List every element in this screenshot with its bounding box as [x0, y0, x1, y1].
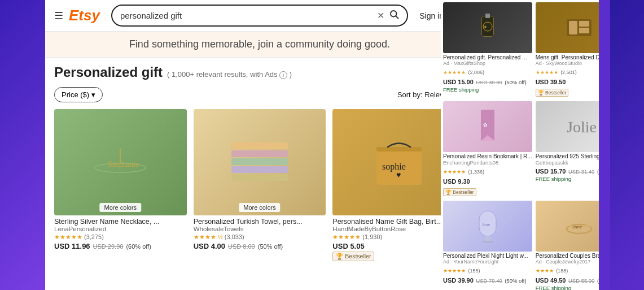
review-count: (1,930): [362, 233, 382, 240]
results-title: Personalized gift: [54, 64, 163, 80]
side-orig-price: USD 79.40: [476, 278, 502, 284]
right-panel: ✦ Personalized gift. Personalized ... Ad…: [441, 0, 599, 290]
svg-text:Stephanie: Stephanie: [108, 160, 139, 168]
sign-in-link[interactable]: Sign in: [419, 11, 444, 20]
svg-rect-8: [231, 158, 288, 165]
price-filter-button[interactable]: Price ($) ▾: [54, 87, 103, 102]
side-price-row: USD 15.70 USD 31.40 (50% off): [536, 166, 599, 176]
side-stars-row: ★★★★★ (2,006): [443, 66, 532, 76]
bg-right: [610, 0, 644, 290]
clear-icon[interactable]: ✕: [377, 10, 384, 21]
side-card-image: [536, 2, 599, 53]
side-stars: ★★★★★: [443, 268, 466, 274]
banner: Find something memorable, join a communi…: [45, 32, 474, 58]
svg-rect-30: [485, 236, 490, 241]
side-stars: ★★★★★: [443, 169, 466, 175]
svg-rect-10: [231, 174, 288, 181]
free-shipping-label: FREE shipping: [536, 285, 599, 290]
side-stars: ★★★★★: [536, 70, 558, 75]
price-off: (50% off): [258, 243, 283, 250]
side-card-title: Personalized 925 Sterling Silver ...: [536, 153, 599, 159]
side-card-title: Personalized gift. Personalized ...: [443, 54, 532, 60]
price-main: USD 4.00: [194, 242, 225, 250]
free-shipping-label: FREE shipping: [443, 86, 532, 93]
side-price-row: USD 39.50: [536, 76, 599, 86]
side-card-info: Mens gift. Personalized Docking ... Ad ·…: [536, 53, 599, 98]
ads-info-icon[interactable]: i: [279, 71, 287, 79]
product-title: Personalized Turkish Towel, pers...: [194, 218, 326, 226]
header: ☰ Etsy ✕ Sign in: [45, 0, 474, 32]
product-info: Sterling Silver Name Necklace, ... LenaP…: [54, 215, 187, 253]
side-bestseller-badge: 🏆 Bestseller: [536, 89, 569, 97]
svg-text:Jane: Jane: [482, 222, 490, 227]
side-card[interactable]: Jane Personalized Plexi Night Light w...…: [443, 201, 532, 290]
svg-rect-22: [579, 21, 589, 27]
ad-label: Ad · MaxGiftsShop: [443, 60, 532, 66]
results-title-row: Personalized gift ( 1,000+ relevant resu…: [54, 64, 292, 80]
stars: ★★★★★: [332, 233, 361, 241]
product-shop: LenaPersonalized: [54, 226, 187, 232]
product-image: More colors: [194, 109, 326, 215]
price-row: USD 11.96 USD 29.90 (60% off): [54, 242, 187, 250]
side-orig-price: USD 55.00: [568, 278, 594, 284]
stars: ★★★★: [194, 233, 216, 241]
side-card-shop: EnchantingPendants08: [443, 159, 532, 166]
side-card[interactable]: ✦ Personalized gift. Personalized ... Ad…: [443, 2, 532, 98]
search-bar: ✕: [111, 5, 408, 27]
side-card[interactable]: Jolie Personalized 925 Sterling Silver .…: [536, 101, 599, 197]
price-off: (60% off): [126, 243, 151, 250]
search-icon[interactable]: [389, 9, 399, 22]
svg-text:Jane: Jane: [572, 224, 582, 230]
chevron-down-icon: ▾: [91, 90, 95, 99]
side-price-row: USD 39.90 USD 79.40 (50% off): [443, 275, 532, 285]
side-stars: ★★★★: [536, 268, 554, 274]
side-discount: (50% off): [505, 278, 526, 284]
side-discount: (50% off): [597, 168, 599, 175]
search-input[interactable]: [120, 11, 377, 20]
side-price: USD 39.50: [536, 79, 566, 85]
price-main: USD 11.96: [54, 242, 90, 250]
side-stars-row: ★★★★★ (2,501): [536, 66, 599, 76]
side-card-image: ✦: [443, 2, 532, 53]
svg-rect-23: [579, 28, 589, 33]
side-price-row: USD 49.50 USD 55.00 (10% off): [536, 275, 599, 285]
ad-label: Ad · YourNameYourLight: [443, 259, 532, 265]
main-panel: ☰ Etsy ✕ Sign in Find something memor: [45, 0, 474, 290]
product-card[interactable]: More colors Personalized Turkish Towel, …: [194, 109, 326, 263]
etsy-logo[interactable]: Etsy: [69, 7, 100, 24]
side-card-image: Jane: [443, 201, 532, 252]
side-card[interactable]: Jane Personalized Couples Bracelets,... …: [536, 201, 599, 290]
svg-rect-21: [569, 21, 577, 34]
side-price: USD 39.90: [443, 277, 474, 284]
ad-label: Ad · SkyWoodStudio: [536, 60, 599, 66]
more-colors-tag: More colors: [239, 203, 280, 212]
side-discount: (10% off): [597, 278, 599, 284]
side-card[interactable]: ✿ Personalized Resin Bookmark | R... Enc…: [443, 101, 532, 197]
svg-rect-31: [482, 241, 493, 243]
menu-icon[interactable]: ☰: [54, 10, 63, 22]
side-card-image: Jolie: [536, 101, 599, 152]
svg-rect-12: [376, 147, 422, 152]
price-main: USD 5.05: [332, 242, 364, 250]
stars-row: ★★★★★ (3,275): [54, 233, 187, 241]
side-orig-price: USD 31.40: [568, 168, 594, 175]
review-count: (3,033): [225, 233, 244, 240]
side-reviews: (188): [556, 268, 568, 274]
svg-rect-6: [231, 142, 288, 149]
product-card[interactable]: Stephanie More colors Sterling Silver Na…: [54, 109, 187, 263]
side-reviews: (2,501): [560, 70, 577, 75]
side-card-info: Personalized Plexi Night Light w... Ad ·…: [443, 252, 532, 286]
price-orig: USD 8.00: [228, 243, 255, 250]
side-card[interactable]: Mens gift. Personalized Docking ... Ad ·…: [536, 2, 599, 98]
side-card-title: Mens gift. Personalized Docking ...: [536, 54, 599, 60]
side-card-image: Jane: [536, 201, 599, 252]
product-grid: Stephanie More colors Sterling Silver Na…: [45, 107, 474, 269]
side-bestseller-badge: 🏆 Bestseller: [443, 188, 476, 196]
bestseller-icon: 🏆: [336, 253, 343, 260]
header-left: ☰ Etsy: [54, 7, 100, 24]
review-count: (3,275): [84, 233, 104, 240]
side-reviews: (2,006): [468, 70, 484, 75]
side-card-info: Personalized Couples Bracelets,... Ad · …: [536, 252, 599, 290]
side-price-row: USD 9.30: [443, 176, 532, 186]
results-count: ( 1,000+ relevant results, with Ads i ): [167, 70, 292, 79]
